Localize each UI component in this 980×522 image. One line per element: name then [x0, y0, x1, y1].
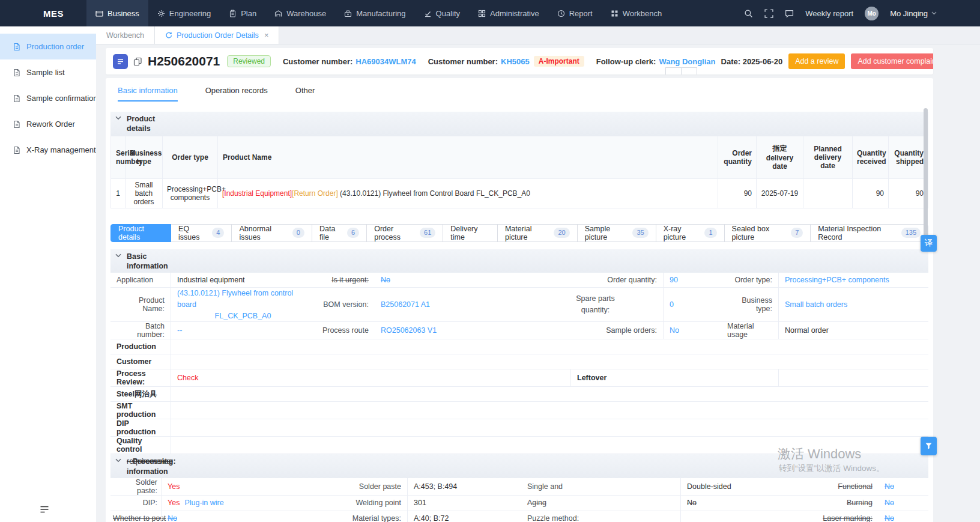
business-icon	[95, 10, 103, 17]
chip-label: Sample picture	[585, 225, 629, 241]
tab-operation-records[interactable]: Operation records	[205, 86, 268, 102]
user-name: Mo Jinqing	[890, 9, 928, 18]
info-value-link[interactable]: No	[879, 511, 928, 522]
info-value-link[interactable]: 0	[663, 288, 721, 322]
tab-production-order-details[interactable]: Production Order Details ×	[155, 26, 279, 44]
sidebar-item-rework-order[interactable]: Rework Order	[0, 111, 96, 137]
info-label: Material usage	[721, 322, 778, 339]
fullscreen-icon[interactable]	[764, 9, 773, 18]
info-value-link[interactable]: Small batch orders	[778, 288, 928, 322]
col-order-quantity: Order quantity	[718, 136, 757, 178]
basic-info-row: Product Name: (43.10.0121) Flywheel from…	[110, 288, 928, 322]
info-label: Material types:	[342, 511, 407, 522]
col-planned-delivery-date: Planned delivery date	[803, 136, 853, 178]
chip-abnormal-issues[interactable]: Abnormal issues0	[231, 224, 312, 242]
field-label: Customer number:	[428, 57, 498, 66]
document-icon	[13, 43, 21, 51]
chip-order-process[interactable]: Order process61	[366, 224, 443, 242]
info-value-link[interactable]: --	[171, 322, 315, 339]
nav-item-plan[interactable]: Plan	[220, 0, 265, 26]
chip-delivery-time[interactable]: Delivery time	[443, 224, 498, 242]
tab-label: Workbench	[106, 31, 144, 40]
chip-label: Data file	[319, 225, 343, 241]
count-badge: 35	[632, 228, 648, 238]
sidebar-item-xray-management[interactable]: X-Ray management	[0, 137, 96, 163]
section-basic-information[interactable]: Basic information	[110, 249, 928, 273]
cell-planned-date	[803, 178, 853, 208]
funnel-icon	[925, 442, 933, 450]
add-customer-complaints-button[interactable]: Add customer complaints	[851, 53, 933, 69]
basic-info-row: SMT production	[110, 402, 928, 419]
avatar[interactable]: Mo	[865, 7, 879, 20]
tab-workbench[interactable]: Workbench	[96, 26, 155, 44]
tab-basic-information[interactable]: Basic information	[118, 86, 178, 102]
scrollbar-thumb[interactable]	[924, 108, 928, 245]
info-value-link[interactable]: No	[161, 511, 342, 522]
info-value-link[interactable]: RO25062063 V1	[375, 322, 528, 339]
basic-info-row: Steel网治具	[110, 387, 928, 402]
info-value-link[interactable]: No	[375, 273, 528, 288]
chip-label: Product details	[118, 225, 163, 241]
tab-other[interactable]: Other	[295, 86, 315, 102]
processing-info-row: Solder paste: Yes Solder paste A:453; B:…	[110, 478, 928, 496]
processing-info-row: DIP: Yes Plug-in wire Welding point 301 …	[110, 496, 928, 511]
chip-product-details[interactable]: Product details	[110, 224, 171, 242]
info-value-link[interactable]: No	[879, 496, 928, 511]
chip-material-inspection-record[interactable]: Material Inspection Record135	[810, 224, 928, 242]
plug-in-wire-link[interactable]: Plug-in wire	[184, 499, 223, 507]
chip-label: X-ray picture	[664, 225, 701, 241]
nav-item-warehouse[interactable]: Warehouse	[265, 0, 335, 26]
info-value-link[interactable]: Processing+PCB+ components	[778, 273, 928, 288]
section-processing-information[interactable]: requirements: Processing: information	[110, 454, 928, 478]
nav-item-workbench[interactable]: Workbench	[602, 0, 671, 26]
cell-order-type: Processing+PCB+ components	[163, 178, 218, 208]
page-tabstrip: Workbench Production Order Details ×	[96, 26, 980, 44]
dip-value: Yes Plug-in wire	[161, 496, 342, 511]
nav-item-engineering[interactable]: Engineering	[148, 0, 220, 26]
col-quantity-received: Quantity received	[853, 136, 889, 178]
warehouse-icon	[274, 10, 282, 17]
customer-number-link[interactable]: HA69034WLM74	[355, 57, 416, 66]
info-value-link[interactable]: 90	[663, 273, 721, 288]
info-value-link[interactable]: No	[663, 322, 721, 339]
info-value: Yes	[161, 478, 342, 496]
nav-item-business[interactable]: Business	[86, 0, 148, 26]
user-menu[interactable]: Mo Jinqing	[890, 9, 937, 18]
info-label: BOM version:	[315, 288, 375, 322]
filter-button[interactable]	[921, 437, 937, 455]
customer-number-link[interactable]: KH5065	[501, 57, 530, 66]
info-label: Process Review:	[110, 369, 171, 387]
chip-xray-picture[interactable]: X-ray picture1	[656, 224, 725, 242]
message-icon[interactable]	[785, 9, 794, 18]
add-review-button[interactable]: Add a review	[788, 53, 845, 69]
order-date: Date: 2025-06-20	[721, 57, 783, 66]
nav-item-report[interactable]: Report	[548, 0, 602, 26]
date-label: Date:	[721, 57, 741, 66]
info-value-link[interactable]: B25062071 A1	[375, 288, 528, 322]
collapse-menu-icon[interactable]	[40, 505, 49, 514]
info-label: Batch number:	[110, 322, 171, 339]
chip-data-file[interactable]: Data file6	[312, 224, 367, 242]
section-product-details[interactable]: Product details	[110, 112, 928, 136]
nav-item-label: Business	[107, 9, 139, 18]
nav-item-manufacturing[interactable]: Manufacturing	[335, 0, 414, 26]
sidebar-item-sample-list[interactable]: Sample list	[0, 59, 96, 85]
copy-icon[interactable]	[133, 57, 142, 66]
chip-material-picture[interactable]: Material picture20	[497, 224, 578, 242]
info-label: Order quantity:	[528, 273, 663, 288]
clerk-link[interactable]: Wang Donglian	[659, 57, 715, 66]
check-link[interactable]: Check	[171, 369, 570, 387]
sidebar-item-production-order[interactable]: Production order	[0, 34, 96, 59]
translate-button[interactable]: 译	[921, 235, 937, 252]
product-name-link[interactable]: (43.10.0121) Flywheel from control board…	[171, 288, 315, 322]
chip-eq-issues[interactable]: EQ issues4	[171, 224, 232, 242]
chip-sealed-box-picture[interactable]: Sealed box picture7	[724, 224, 811, 242]
chip-sample-picture[interactable]: Sample picture35	[577, 224, 656, 242]
nav-item-quality[interactable]: Quality	[415, 0, 469, 26]
close-icon[interactable]: ×	[264, 31, 269, 40]
info-value-link[interactable]: No	[879, 478, 928, 496]
search-icon[interactable]	[744, 9, 753, 18]
sidebar-item-sample-confirmation-list[interactable]: Sample confirmation list	[0, 85, 96, 111]
nav-item-administrative[interactable]: Administrative	[469, 0, 548, 26]
weekly-report-link[interactable]: Weekly report	[805, 9, 853, 18]
